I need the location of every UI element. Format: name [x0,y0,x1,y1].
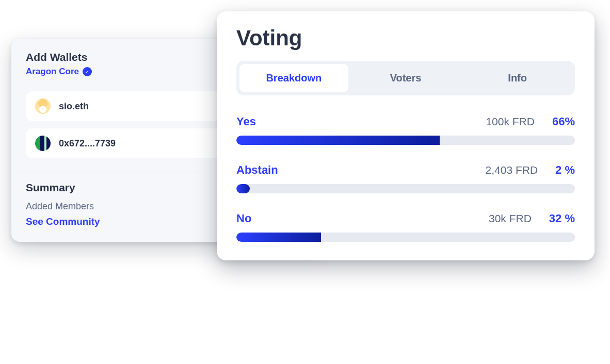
avatar [35,98,51,114]
vote-amount: 2,403 FRD [486,164,538,176]
vote-percent: 66% [552,115,575,128]
progress-fill [236,233,321,242]
vote-row-yes: Yes 100k FRD 66% [236,115,575,145]
avatar [35,136,51,151]
tab-voters[interactable]: Voters [351,64,460,92]
progress-fill [236,184,250,193]
voting-tabs: Breakdown Voters Info [236,61,575,95]
vote-label: No [236,212,489,225]
progress-bar [236,233,575,242]
vote-amount: 30k FRD [489,212,532,225]
vote-label: Abstain [236,163,486,177]
vote-row-abstain: Abstain 2,403 FRD 2 % [236,163,575,193]
voting-title: Voting [236,26,575,51]
vote-label: Yes [236,115,486,128]
vote-percent: 2 % [555,163,575,177]
progress-bar [236,136,575,145]
vote-amount: 100k FRD [486,115,535,128]
org-name: Aragon Core [26,67,79,77]
verified-badge-icon [83,67,92,76]
voting-card: Voting Breakdown Voters Info Yes 100k FR… [217,11,595,260]
vote-row-no: No 30k FRD 32 % [236,212,575,242]
tab-breakdown[interactable]: Breakdown [239,64,348,92]
vote-percent: 32 % [549,212,575,225]
progress-bar [236,184,575,193]
tab-info[interactable]: Info [463,64,572,92]
progress-fill [236,136,440,145]
